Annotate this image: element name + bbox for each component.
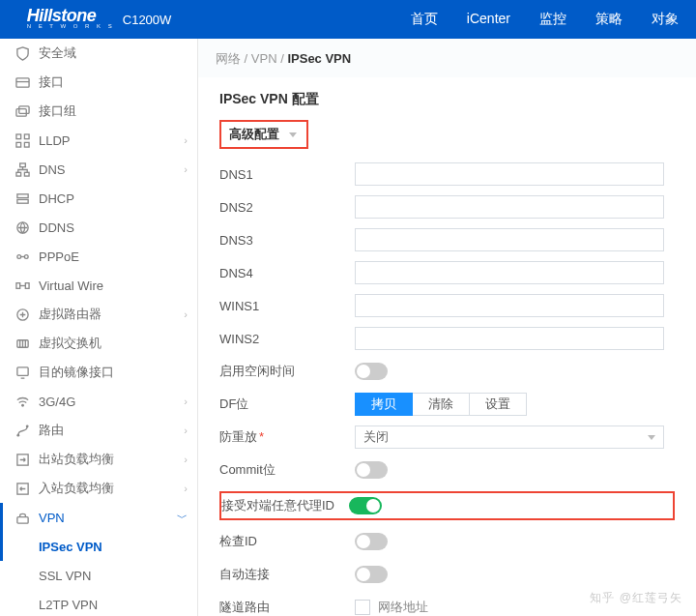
sidebar-item-interface-group[interactable]: 接口组: [0, 97, 197, 126]
vrouter-icon: [14, 308, 31, 322]
panel-title: IPSec VPN 配置: [219, 91, 675, 120]
input-dns4[interactable]: [355, 261, 664, 284]
label-dns3: DNS3: [219, 233, 355, 248]
sidebar-item-ddns[interactable]: DDNS: [0, 213, 197, 242]
advanced-dropdown[interactable]: 高级配置: [219, 120, 308, 149]
sidebar-item-label: 出站负载均衡: [39, 451, 184, 468]
input-dns2[interactable]: [355, 195, 664, 219]
nav-object[interactable]: 对象: [652, 11, 679, 28]
svg-rect-5: [24, 133, 29, 138]
vswitch-icon: [14, 337, 31, 351]
label-tunnel-route: 隧道路由: [219, 599, 355, 616]
mirror-icon: [14, 366, 31, 380]
df-segment: 拷贝 清除 设置: [355, 393, 527, 416]
sidebar-item-lldp[interactable]: LLDP›: [0, 126, 197, 155]
svg-rect-18: [25, 282, 29, 288]
nav-home[interactable]: 首页: [411, 11, 438, 28]
brand-subtitle: N E T W O R K S: [27, 22, 115, 30]
sidebar-item-out-lb[interactable]: 出站负载均衡›: [0, 445, 197, 474]
svg-rect-2: [15, 108, 25, 116]
chevron-right-icon: ›: [184, 163, 188, 175]
switch-accept-proxy[interactable]: [349, 497, 382, 514]
sidebar-item-dhcp[interactable]: DHCP: [0, 184, 197, 213]
ddns-icon: [14, 220, 31, 235]
sidebar-item-vrouter[interactable]: 虚拟路由器›: [0, 300, 197, 329]
sidebar-item-label: 3G/4G: [39, 395, 184, 409]
lldp-icon: [14, 133, 31, 148]
card-icon: [14, 75, 31, 90]
sidebar-item-dns[interactable]: DNS›: [0, 155, 197, 184]
crumb-network[interactable]: 网络: [216, 51, 241, 66]
svg-point-15: [24, 254, 28, 258]
sidebar-subitem-ssl-vpn[interactable]: SSL VPN: [0, 561, 197, 590]
inlb-icon: [14, 482, 31, 496]
sidebar-item-pppoe[interactable]: PPPoE: [0, 242, 197, 271]
sidebar-item-3g4g[interactable]: 3G/4G›: [0, 387, 197, 416]
checkbox-tunnel-route[interactable]: [355, 600, 370, 615]
df-clear[interactable]: 清除: [413, 393, 470, 416]
svg-point-27: [21, 403, 24, 406]
sidebar-item-label: 入站负载均衡: [39, 480, 184, 497]
breadcrumb: 网络 / VPN / IPSec VPN: [198, 39, 696, 77]
svg-rect-17: [15, 282, 19, 288]
sidebar-item-label: 路由: [39, 422, 184, 439]
sidebar-item-label: DNS: [39, 162, 184, 177]
sidebar-subitem-l2tp-vpn[interactable]: L2TP VPN: [0, 590, 197, 616]
label-check-id: 检查ID: [219, 533, 355, 550]
crumb-vpn[interactable]: VPN: [251, 51, 277, 66]
label-network-address: 网络地址: [378, 599, 428, 616]
vpn-icon: [14, 511, 31, 525]
cards-icon: [14, 104, 31, 119]
nav-icenter[interactable]: iCenter: [467, 11, 510, 28]
topbar: Hillstone N E T W O R K S C1200W 首页 iCen…: [0, 0, 696, 39]
df-set[interactable]: 设置: [470, 393, 527, 416]
chevron-down-icon: ﹀: [177, 511, 188, 525]
sidebar-item-label: 虚拟路由器: [39, 306, 184, 323]
nav-monitor[interactable]: 监控: [539, 11, 566, 28]
dhcp-icon: [14, 191, 31, 206]
select-antireplay[interactable]: 关闭: [355, 425, 664, 449]
label-dns4: DNS4: [219, 266, 355, 280]
label-dns1: DNS1: [219, 167, 355, 182]
svg-rect-3: [18, 105, 28, 113]
sidebar-item-interface[interactable]: 接口: [0, 68, 197, 97]
chevron-down-icon: [289, 132, 297, 137]
sidebar-item-in-lb[interactable]: 入站负载均衡›: [0, 474, 197, 503]
sidebar-item-virtual-wire[interactable]: Virtual Wire: [0, 271, 197, 300]
brand-model: C1200W: [123, 13, 172, 27]
label-accept-proxy: 接受对端任意代理ID: [221, 497, 349, 514]
sidebar-subitem-ipsec-vpn[interactable]: IPSec VPN: [0, 532, 197, 561]
sidebar: 安全域接口接口组LLDP›DNS›DHCPDDNSPPPoEVirtual Wi…: [0, 39, 198, 616]
switch-check-id[interactable]: [355, 533, 388, 550]
input-dns1[interactable]: [355, 162, 664, 186]
pppoe-icon: [14, 249, 31, 264]
outlb-icon: [14, 453, 31, 467]
input-wins2[interactable]: [355, 327, 664, 350]
label-autoconn: 自动连接: [219, 566, 355, 583]
nav-policy[interactable]: 策略: [595, 11, 623, 28]
switch-idle[interactable]: [355, 363, 388, 380]
switch-commit[interactable]: [355, 461, 388, 479]
sidebar-item-label: LLDP: [39, 133, 184, 148]
chevron-down-icon: [648, 435, 655, 440]
advanced-label: 高级配置: [229, 127, 279, 141]
sidebar-item-security-zone[interactable]: 安全域: [0, 39, 197, 68]
switch-autoconn[interactable]: [355, 566, 388, 583]
label-df: DF位: [219, 396, 355, 413]
sidebar-item-mirror[interactable]: 目的镜像接口: [0, 358, 197, 387]
sidebar-item-vpn[interactable]: VPN﹀: [0, 503, 197, 532]
svg-point-29: [25, 425, 28, 427]
input-dns3[interactable]: [355, 228, 664, 251]
label-dns2: DNS2: [219, 200, 355, 215]
route-icon: [14, 424, 31, 438]
svg-rect-12: [16, 199, 27, 203]
svg-point-14: [16, 254, 20, 258]
sidebar-item-route[interactable]: 路由›: [0, 416, 197, 445]
sidebar-item-label: 接口组: [39, 103, 188, 120]
input-wins1[interactable]: [355, 294, 664, 317]
chevron-right-icon: ›: [184, 308, 188, 320]
sidebar-item-vswitch[interactable]: 虚拟交换机: [0, 329, 197, 358]
chevron-right-icon: ›: [184, 396, 188, 407]
df-copy[interactable]: 拷贝: [355, 393, 413, 416]
accept-proxy-highlight: 接受对端任意代理ID: [219, 491, 675, 520]
